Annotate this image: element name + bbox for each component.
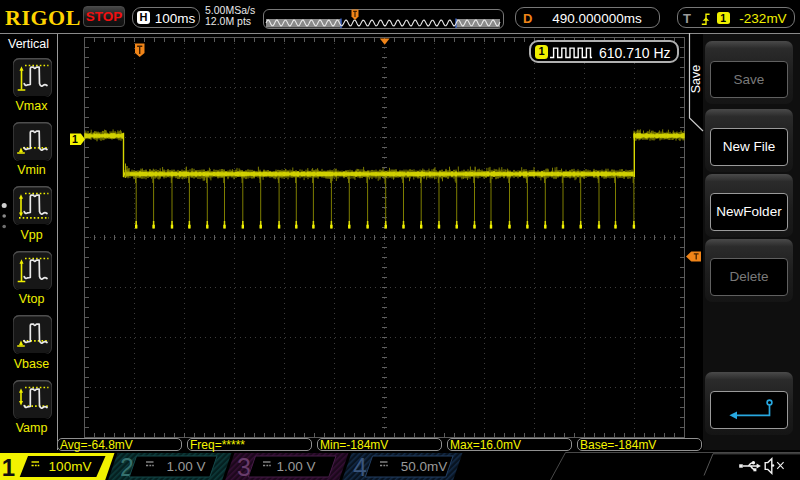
- svg-text:1: 1: [72, 133, 78, 145]
- svg-text:1.00 V: 1.00 V: [166, 459, 205, 474]
- svg-text:1.00 V: 1.00 V: [276, 459, 315, 474]
- svg-text:4: 4: [353, 453, 367, 480]
- svg-text:50.0mV: 50.0mV: [401, 459, 448, 474]
- svg-text:1: 1: [2, 454, 15, 480]
- svg-text:100mV: 100mV: [49, 459, 92, 474]
